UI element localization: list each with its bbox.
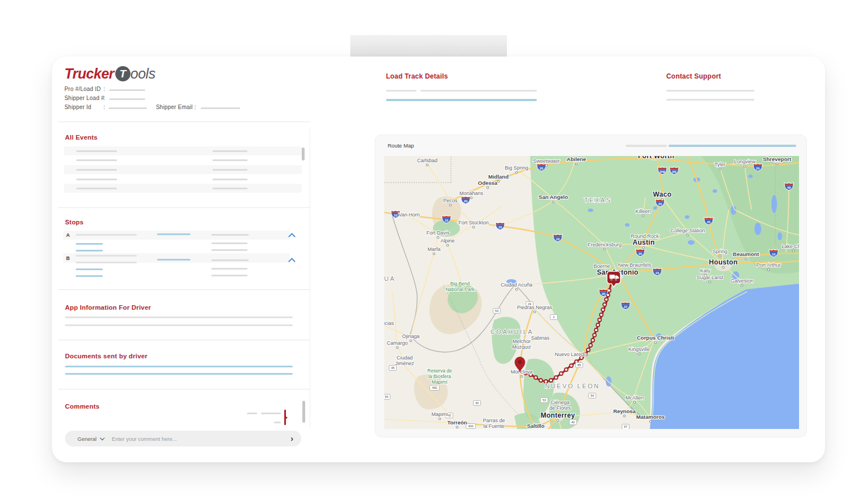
route-breadcrumb [589, 344, 592, 347]
svg-text:490: 490 [432, 386, 437, 389]
event-text-placeholder [76, 150, 117, 152]
document-link-placeholder[interactable] [65, 366, 293, 367]
documents-heading: Documents sent by driver [65, 353, 147, 359]
map-label: Shreveport [763, 156, 792, 162]
chevron-down-icon[interactable] [100, 436, 105, 440]
map-city-dot [497, 180, 500, 183]
route-breadcrumb [534, 376, 537, 379]
route-breadcrumb [549, 379, 553, 382]
stop-a-link-placeholder[interactable] [157, 233, 190, 235]
map-city-dot [654, 341, 657, 344]
map-label: Odessa [478, 180, 498, 186]
comment-input[interactable]: Enter your comment here... [112, 436, 177, 442]
comment-input-bar: General Enter your comment here... › [65, 431, 301, 446]
map-label: Marfa [427, 246, 440, 252]
event-time-placeholder [212, 159, 248, 161]
map-label: Monclova [511, 369, 533, 375]
divider [58, 207, 310, 208]
map-city-dot [470, 197, 472, 199]
map-city-dot [623, 415, 626, 417]
detail-link-placeholder[interactable] [386, 99, 537, 101]
map-label: la Biosfera [428, 374, 451, 379]
map-label: San Angelo [539, 194, 568, 200]
map-city-dot [719, 255, 721, 257]
svg-text:35E: 35E [672, 171, 676, 174]
stop-b-detail-link-placeholder[interactable] [76, 275, 103, 277]
mx-highway-shield: 53 [493, 309, 501, 314]
shipper-id-value-placeholder [108, 107, 147, 109]
shipper-load-value-placeholder [109, 98, 145, 100]
stop-a-detail-link-placeholder[interactable] [76, 243, 103, 245]
map-label: TEXAS [584, 197, 612, 203]
comments-scrollbar[interactable] [302, 401, 305, 423]
comment-category-dropdown[interactable]: General [77, 436, 97, 442]
stop-b-address-placeholder [76, 255, 137, 257]
stop-a-time-placeholder [211, 234, 249, 236]
map-city-dot [633, 401, 636, 404]
map-city-dot [446, 244, 449, 246]
mx-highway-shield: 400 [466, 424, 476, 429]
map-header-link-placeholder[interactable] [669, 145, 796, 147]
map-label: Pecos [443, 198, 458, 203]
map-city-dot [741, 284, 743, 287]
map-label: Torreón [447, 419, 467, 426]
mx-highway-shield: 30 [474, 401, 481, 406]
route-breadcrumb [559, 372, 563, 375]
detail-placeholder [420, 90, 537, 92]
svg-text:45: 45 [707, 220, 711, 224]
svg-text:35: 35 [602, 292, 606, 296]
route-map[interactable]: 20 20 10 10 10 10 [384, 156, 799, 429]
map-label: Van Horn [398, 212, 419, 218]
map-label: Melchor [513, 339, 531, 344]
logo-ools-text: ools [131, 66, 155, 82]
document-link-placeholder[interactable] [65, 373, 293, 375]
map-label: Killeen [635, 209, 650, 214]
map-city-dot [520, 375, 523, 378]
divider [58, 389, 310, 389]
map-label: Reserva de [427, 368, 452, 374]
send-comment-icon[interactable]: › [290, 434, 293, 443]
map-label: COAHUILA [491, 328, 533, 335]
colon: : [103, 95, 105, 101]
logo-trucker-text: Trucker [64, 66, 114, 82]
map-label: Carlsbad [417, 158, 437, 163]
map-label: Parras de [483, 418, 505, 423]
load-track-details-title: Load Track Details [386, 72, 448, 80]
map-label: Houston [709, 258, 738, 266]
map-city-dot [661, 198, 663, 201]
route-breadcrumb [565, 368, 568, 371]
comments-heading: Comments [65, 403, 99, 410]
support-placeholder [666, 90, 754, 92]
map-label: Fredericksburg [588, 242, 622, 248]
map-city-dot [649, 420, 652, 423]
route-map-card: Route Map 20 20 10 10 [375, 135, 807, 437]
map-city-dot [545, 164, 548, 167]
mx-highway-shield: 54 [384, 394, 390, 400]
map-city-dot [515, 171, 518, 174]
stop-a-detail-link-placeholder[interactable] [76, 250, 103, 251]
map-label: Longview [734, 159, 756, 164]
map-label: Tyler [714, 162, 726, 167]
colon: : [194, 104, 196, 110]
map-label: icias [384, 320, 394, 326]
mx-highway-shield: 40 [570, 420, 577, 425]
support-placeholder [666, 99, 754, 101]
stop-b-link-placeholder[interactable] [157, 259, 190, 261]
map-label: College Station [670, 228, 705, 233]
map-label: Fort Stockton [458, 220, 489, 226]
event-text-placeholder [76, 179, 117, 180]
event-time-placeholder [212, 188, 248, 189]
event-text-placeholder [76, 159, 117, 161]
map-city-dot [776, 163, 778, 165]
map-label: Abilene [567, 156, 586, 162]
svg-text:400: 400 [468, 424, 473, 428]
svg-text:54: 54 [385, 395, 388, 398]
map-label: Lake Char [782, 244, 799, 249]
map-city-dot [410, 340, 412, 342]
map-label: Sabinas [531, 335, 550, 341]
stop-b-detail-link-placeholder[interactable] [76, 268, 103, 270]
comment-meta-placeholder [247, 413, 257, 414]
stop-b-detail-placeholder [211, 268, 248, 270]
main-card: Trucker T ools Pro #/Load ID : Shipper L… [52, 57, 825, 462]
events-scrollbar[interactable] [302, 148, 305, 161]
